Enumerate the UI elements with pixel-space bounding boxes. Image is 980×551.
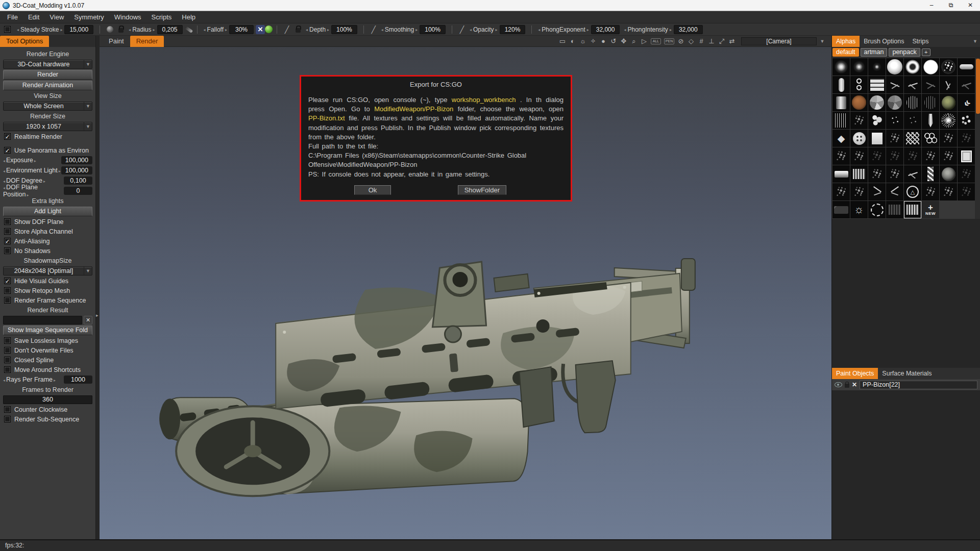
delete-object-icon[interactable]: ✕ (852, 381, 857, 388)
dropdown-1920-x-1057[interactable]: 1920 x 1057▼ (3, 122, 92, 131)
panel-menu-icon[interactable]: ▼ (973, 39, 977, 44)
alpha-circle-outline[interactable] (868, 201, 886, 218)
spinner-value[interactable]: 100,000 (61, 166, 92, 174)
tab-alphas[interactable]: Alphas (832, 36, 860, 47)
alphas-scrollbar-thumb[interactable] (976, 59, 980, 114)
radius-label[interactable]: Radius (129, 26, 155, 33)
collection-penpack[interactable]: penpack (889, 48, 920, 57)
checkbox-use-panorama-as-environ[interactable]: ✓Use Panorama as Environ (3, 146, 92, 155)
alpha-dots-2[interactable] (904, 112, 921, 129)
frame-pen-icon[interactable]: PEN (664, 38, 674, 44)
smoothing-label[interactable]: Smoothing (381, 26, 418, 33)
alpha-spatter-4[interactable] (868, 147, 886, 165)
spinner-label[interactable]: DOF Degree (3, 177, 45, 184)
phongexponent-label[interactable]: PhongExponent (538, 26, 589, 33)
viewport-canvas[interactable]: Export for CS:GO Please run CS:GO, open … (100, 47, 831, 539)
alpha-hard-disc[interactable] (922, 58, 939, 76)
alpha-capsule-h[interactable] (958, 58, 975, 76)
invert-cross-icon[interactable]: ✕ (256, 25, 265, 34)
tab-surface-materials[interactable]: Surface Materials (878, 368, 936, 379)
spinner-value[interactable]: 100,000 (61, 156, 92, 164)
menu-symmetry[interactable]: Symmetry (69, 12, 109, 22)
phongintensity-label[interactable]: PhongIntensity (624, 26, 671, 33)
checkbox-hide-visual-guides[interactable]: ✓Hide Visual Guides (3, 277, 92, 285)
opacity-value[interactable]: 120% (500, 25, 526, 34)
alpha-pill-v[interactable] (832, 76, 850, 93)
water-drop-icon[interactable]: ● (598, 37, 608, 45)
alpha-noise-3[interactable] (868, 165, 886, 183)
alpha-chain[interactable] (850, 76, 868, 93)
frame-all-icon[interactable]: ALL (651, 38, 661, 44)
play-icon[interactable]: ▷ (639, 37, 649, 45)
alpha-noise-6[interactable] (922, 183, 939, 201)
alpha-soft-large[interactable] (832, 58, 850, 76)
alpha-diamond[interactable]: ◆ (832, 130, 850, 147)
prohibit-icon[interactable]: ⊘ (676, 37, 686, 45)
steady-stroke-checkbox[interactable] (4, 26, 11, 33)
alpha-rock-ball[interactable] (868, 94, 886, 111)
add-collection-button[interactable]: + (922, 48, 930, 56)
alpha-scratch[interactable] (904, 165, 921, 183)
alpha-dot-noise-1[interactable] (832, 183, 850, 201)
spinner-label[interactable]: DOF Plane Position (3, 184, 64, 198)
alpha-square[interactable] (868, 130, 886, 147)
alpha-soft-small[interactable] (868, 58, 886, 76)
alpha-chevrons[interactable]: « (958, 94, 975, 111)
close-button[interactable]: ✕ (961, 0, 980, 11)
falloff-label[interactable]: Falloff (204, 26, 228, 33)
checkbox-no-shadows[interactable]: No Shadows (3, 246, 92, 255)
alpha-blade[interactable] (922, 112, 939, 129)
collection-default[interactable]: default (832, 48, 859, 57)
falloff-value[interactable]: 30% (229, 25, 254, 34)
menu-windows[interactable]: Windows (109, 12, 146, 22)
alpha-noise-faint-1[interactable] (958, 130, 975, 147)
alpha-crack-5[interactable] (958, 76, 975, 93)
alpha-soft-medium[interactable] (850, 58, 868, 76)
smoothing-value[interactable]: 100% (420, 25, 446, 34)
alpha-splat[interactable] (868, 112, 886, 129)
axis-icon[interactable]: ⊥ (706, 37, 717, 45)
checkbox-render-frame-sequence[interactable]: Render Frame Sequence (3, 296, 92, 305)
alpha-spatter-6[interactable] (904, 147, 921, 165)
lock-icon[interactable] (293, 25, 303, 34)
alpha-comb[interactable] (850, 165, 868, 183)
alpha-spatter[interactable] (940, 58, 957, 76)
alpha-crack-4[interactable] (940, 76, 957, 93)
alpha-noise-7[interactable] (940, 183, 957, 201)
phongexponent-value[interactable]: 32,000 (591, 25, 620, 34)
camera-dropdown[interactable]: [Camera] (741, 37, 817, 45)
alpha-gear[interactable]: ☼ (850, 201, 868, 218)
menu-help[interactable]: Help (177, 12, 201, 22)
camera-dropdown-arrow[interactable]: ▼ (818, 39, 826, 44)
ok-button[interactable]: Ok (354, 185, 391, 195)
lock-icon[interactable] (845, 384, 849, 388)
alphas-scrollbar-track[interactable] (975, 58, 980, 219)
falloff-sphere-icon[interactable] (265, 26, 273, 33)
alpha-crack-2[interactable] (904, 76, 921, 93)
show-folder-button[interactable]: ShowFolder (458, 185, 506, 195)
checkbox-show-retopo-mesh[interactable]: Show Retopo Mesh (3, 286, 92, 295)
alpha-weave[interactable] (904, 130, 921, 147)
alpha-starburst[interactable] (940, 112, 957, 129)
pan-view-icon[interactable]: ✥ (619, 37, 629, 45)
show-image-sequence-fold-button[interactable]: Show Image Sequence Fold (3, 325, 92, 335)
steady-stroke-value[interactable]: 15,000 (64, 25, 93, 34)
add-light-button[interactable]: Add Light (3, 207, 92, 216)
alpha-noise-4[interactable] (886, 165, 903, 183)
depth-label[interactable]: Depth (306, 26, 329, 33)
alpha-moss-ball[interactable] (940, 94, 957, 111)
frames-input[interactable]: 360 (3, 395, 92, 404)
checkbox-store-alpha-channel[interactable]: Store Alpha Channel (3, 227, 92, 236)
pressure-pen-icon[interactable]: ╱ (282, 25, 291, 34)
alpha-dark-bar[interactable] (832, 201, 850, 218)
paint-object-row[interactable]: ✕ PP-Bizon[22] (832, 379, 980, 390)
tab-strips[interactable]: Strips (908, 36, 933, 47)
alpha-claw-1[interactable] (868, 183, 886, 201)
tab-paint-objects[interactable]: Paint Objects (832, 368, 878, 379)
alpha-rock-ball-2[interactable] (886, 94, 903, 111)
perspective-cube-icon[interactable]: ◇ (686, 37, 696, 45)
tab-brush-options[interactable]: Brush Options (860, 36, 908, 47)
spinner-label[interactable]: Rays Per Frame (3, 376, 56, 383)
lock-icon[interactable] (116, 25, 126, 34)
background-image-icon[interactable]: ▭ (557, 37, 568, 45)
